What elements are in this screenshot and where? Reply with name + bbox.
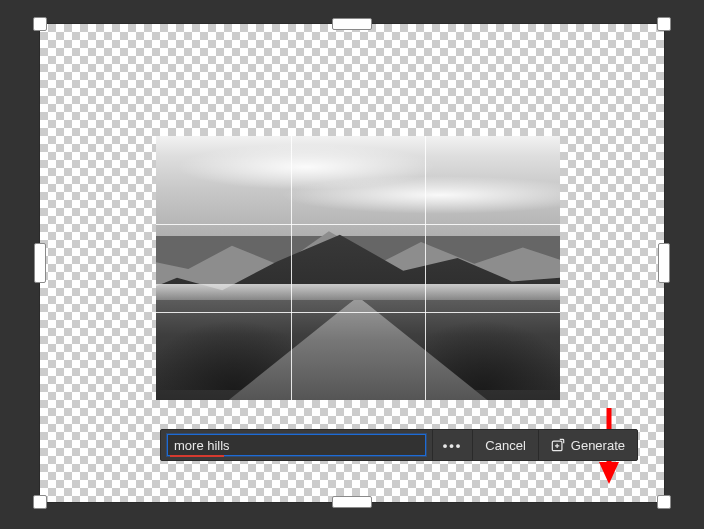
crop-handle-bottom-right[interactable] [657, 495, 671, 509]
canvas-frame[interactable]: ••• Cancel Generate [40, 24, 664, 502]
crop-handle-right[interactable] [658, 243, 670, 283]
crop-handle-bottom[interactable] [332, 496, 372, 508]
svg-marker-1 [599, 462, 619, 484]
prompt-input[interactable] [167, 434, 426, 456]
generate-label: Generate [571, 438, 625, 453]
cancel-button[interactable]: Cancel [472, 430, 537, 460]
crop-handle-top-right[interactable] [657, 17, 671, 31]
cancel-label: Cancel [485, 438, 525, 453]
generative-fill-toolbar: ••• Cancel Generate [160, 429, 638, 461]
crop-handle-bottom-left[interactable] [33, 495, 47, 509]
crop-handle-left[interactable] [34, 243, 46, 283]
crop-handle-top[interactable] [332, 18, 372, 30]
generate-button[interactable]: Generate [538, 430, 637, 460]
source-image[interactable] [156, 136, 560, 400]
ellipsis-icon: ••• [443, 438, 463, 453]
crop-handle-top-left[interactable] [33, 17, 47, 31]
generate-icon [551, 438, 565, 452]
more-options-button[interactable]: ••• [432, 430, 473, 460]
